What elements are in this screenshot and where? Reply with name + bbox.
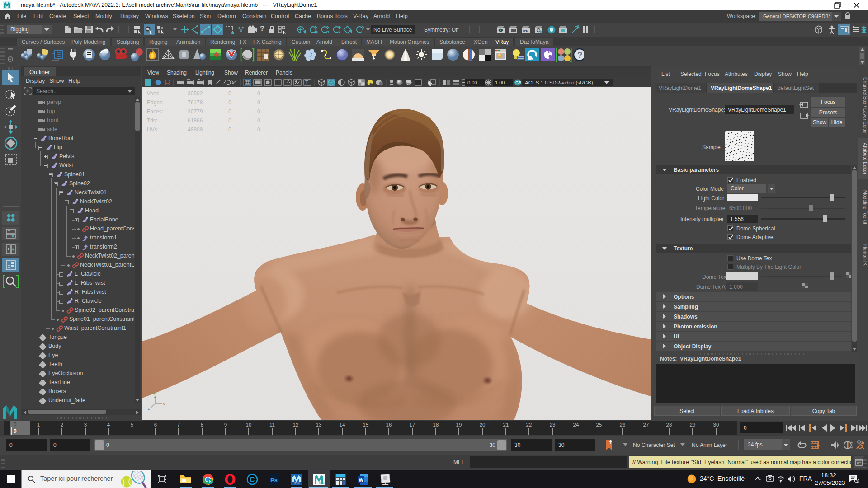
svg-text:17: 17 xyxy=(410,422,415,427)
svg-text:6: 6 xyxy=(154,422,157,427)
svg-text:y: y xyxy=(154,391,156,395)
svg-text:27: 27 xyxy=(643,422,649,427)
svg-text:25: 25 xyxy=(596,422,602,427)
svg-text:?: ? xyxy=(577,50,583,60)
svg-text:T: T xyxy=(305,80,308,85)
svg-text:IPR: IPR xyxy=(523,29,528,33)
svg-text:Ps: Ps xyxy=(270,477,278,483)
svg-text:x: x xyxy=(163,402,165,406)
svg-text:8: 8 xyxy=(201,422,203,427)
svg-text:MAYA: MAYA xyxy=(319,482,325,484)
svg-text:h: h xyxy=(209,480,212,484)
svg-text:1.00: 1.00 xyxy=(495,80,505,85)
svg-text:23: 23 xyxy=(550,422,556,427)
svg-text:28: 28 xyxy=(666,422,672,427)
svg-text:GB: GB xyxy=(515,80,521,85)
svg-text:13: 13 xyxy=(316,422,322,427)
svg-text:11: 11 xyxy=(269,422,275,427)
svg-text:22: 22 xyxy=(526,422,532,427)
svg-text:26: 26 xyxy=(620,422,626,427)
svg-text:W: W xyxy=(359,477,364,483)
svg-text:29: 29 xyxy=(690,422,696,427)
svg-text:21: 21 xyxy=(503,422,509,427)
svg-text:ACES 1.0 SDR-video (sRGB): ACES 1.0 SDR-video (sRGB) xyxy=(525,80,593,85)
svg-text:12: 12 xyxy=(293,422,299,427)
svg-text:14: 14 xyxy=(340,422,345,427)
svg-text:16: 16 xyxy=(386,422,392,427)
svg-text:24: 24 xyxy=(573,422,579,427)
svg-text:30: 30 xyxy=(713,422,719,427)
svg-text:15: 15 xyxy=(363,422,369,427)
svg-text:0.00: 0.00 xyxy=(467,80,477,85)
svg-text:9: 9 xyxy=(224,422,227,427)
svg-text:2: 2 xyxy=(61,422,63,427)
svg-text:1: 1 xyxy=(37,422,40,427)
svg-text:MAYA: MAYA xyxy=(294,482,300,484)
svg-text:18: 18 xyxy=(433,422,439,427)
svg-text:10: 10 xyxy=(246,422,252,427)
svg-text:z: z xyxy=(148,406,150,411)
svg-text:19: 19 xyxy=(456,422,462,427)
svg-text:20: 20 xyxy=(480,422,486,427)
svg-text:4: 4 xyxy=(107,422,110,427)
svg-text:1: 1 xyxy=(856,479,858,483)
svg-text:7: 7 xyxy=(177,422,180,427)
svg-text:3: 3 xyxy=(84,422,87,427)
svg-text:C: C xyxy=(250,476,255,483)
svg-text:5: 5 xyxy=(131,422,133,427)
